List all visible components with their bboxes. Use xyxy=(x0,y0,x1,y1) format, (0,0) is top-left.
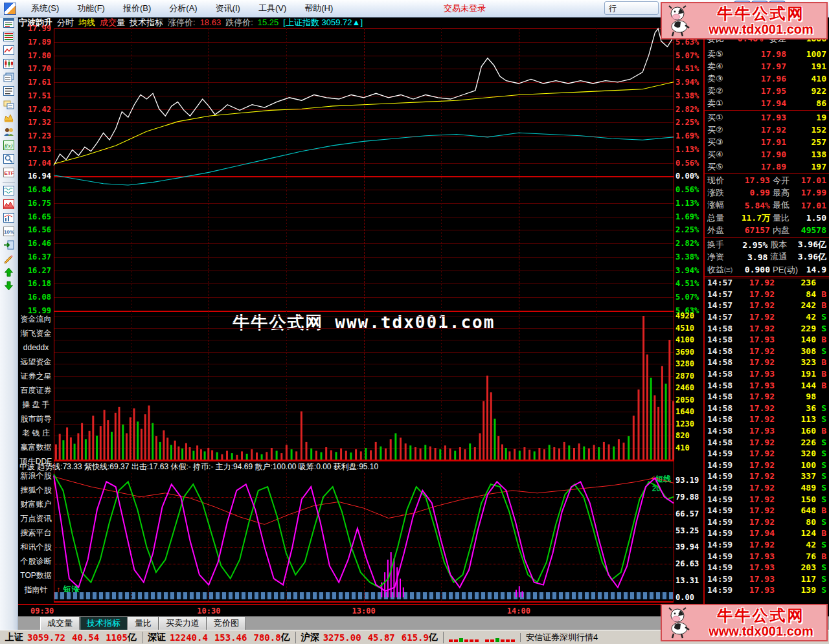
sidebar-link-11[interactable]: 新浪个股 xyxy=(18,469,54,483)
tick-row[interactable]: 14:5817.93160B xyxy=(705,425,829,437)
tick-row[interactable]: 14:5917.9280S xyxy=(705,516,829,527)
tick-row[interactable]: 14:5817.93144B xyxy=(705,379,829,391)
ad-logo-bottom[interactable]: 牛牛公式网 www.tdx001.com xyxy=(661,604,828,641)
toolbar-button[interactable]: 行 xyxy=(604,1,659,15)
index-segment-1[interactable]: 深证12240.4153.46780.8亿 xyxy=(142,632,296,643)
sidebar-link-3[interactable]: 远望资金 xyxy=(18,355,54,369)
ad-logo-top[interactable]: 牛牛公式网 www.tdx001.com xyxy=(661,2,828,39)
sidebar-link-14[interactable]: 万点资讯 xyxy=(18,511,54,526)
folder-tree-icon[interactable] xyxy=(2,100,16,112)
sidebar-link-7[interactable]: 股市前导 xyxy=(18,412,54,426)
sidebar-link-17[interactable]: 个股诊断 xyxy=(18,554,54,568)
sidebar-link-16[interactable]: 和讯个股 xyxy=(18,540,54,554)
menu-item-1[interactable]: 功能(F) xyxy=(68,0,114,17)
ask-row[interactable]: 卖①17.9486 xyxy=(705,97,829,109)
tick-row[interactable]: 14:5917.9376B xyxy=(705,550,829,562)
bid-row[interactable]: 买②17.92152 xyxy=(705,124,829,136)
header-seg-2[interactable]: 均线 xyxy=(78,17,95,27)
sidebar-link-15[interactable]: 搜索平台 xyxy=(18,526,54,540)
tick-row[interactable]: 14:5817.93191B xyxy=(705,368,829,380)
header-seg-4[interactable]: 量 xyxy=(117,17,125,27)
sidebar-link-12[interactable]: 搜狐个股 xyxy=(18,483,54,497)
tick-row[interactable]: 14:5917.94124B xyxy=(705,527,829,539)
tick-row[interactable]: 14:5817.92229S xyxy=(705,322,829,334)
tick-row[interactable]: 14:5917.9242S xyxy=(705,539,829,551)
sidebar-link-2[interactable]: ddeddx xyxy=(18,340,54,355)
tick-row[interactable]: 14:5817.92113S xyxy=(705,414,829,425)
trend-line-icon[interactable] xyxy=(2,45,16,58)
tick-row[interactable]: 14:5717.92242B xyxy=(705,300,829,311)
ask-row[interactable]: 卖⑤17.981007 xyxy=(705,48,829,60)
sidebar-link-4[interactable]: 证券之星 xyxy=(18,369,54,383)
menu-item-2[interactable]: 报价(B) xyxy=(114,0,160,17)
gold-crown-icon[interactable] xyxy=(2,113,16,126)
tick-row[interactable]: 14:5917.93139S xyxy=(705,584,829,596)
tick-row[interactable]: 14:5817.92226S xyxy=(705,436,829,448)
sidebar-link-5[interactable]: 百度证券 xyxy=(18,383,54,397)
mini-chart-icon[interactable] xyxy=(2,213,16,225)
tick-row[interactable]: 14:5917.92648B xyxy=(705,505,829,516)
quote-report-icon[interactable] xyxy=(2,18,16,30)
sidebar-link-6[interactable]: 操 盘 手 xyxy=(18,397,54,412)
magnifier-icon[interactable] xyxy=(2,154,16,166)
tab-3[interactable]: 买卖力道 xyxy=(159,617,207,630)
tick-row[interactable]: 14:5917.92489S xyxy=(705,482,829,494)
tick-row[interactable]: 14:5717.92236 xyxy=(705,277,829,289)
header-seg-1[interactable]: 分时 xyxy=(57,17,74,27)
etf-icon[interactable]: ETF xyxy=(2,168,16,180)
tick-row[interactable]: 14:5817.9298 xyxy=(705,391,829,403)
ask-row[interactable]: 卖④17.97191 xyxy=(705,60,829,72)
header-seg-5[interactable]: 技术指标 xyxy=(130,17,163,27)
text-list-icon[interactable] xyxy=(2,86,16,98)
menu-item-0[interactable]: 系统(S) xyxy=(22,0,68,17)
copy-docs-icon[interactable] xyxy=(2,72,16,85)
sidebar-link-0[interactable]: 资金流向 xyxy=(18,312,54,326)
tab-0[interactable]: 成交量 xyxy=(40,617,80,630)
arrow-up-icon[interactable] xyxy=(2,267,16,280)
tick-row[interactable]: 14:5717.9284B xyxy=(705,289,829,300)
menu-item-4[interactable]: 资讯(I) xyxy=(207,0,249,17)
tick-row[interactable]: 14:5917.93203S xyxy=(705,562,829,573)
tick-row[interactable]: 14:5917.92150S xyxy=(705,493,829,505)
tick-row[interactable]: 14:5917.93117S xyxy=(705,573,829,584)
pencil-icon[interactable] xyxy=(2,254,16,266)
sidebar-link-1[interactable]: 渐飞资金 xyxy=(18,326,54,340)
wave-icon[interactable] xyxy=(2,186,16,198)
ask-row[interactable]: 卖③17.96410 xyxy=(705,72,829,85)
users-icon[interactable] xyxy=(2,127,16,139)
tick-row[interactable]: 14:5717.9242S xyxy=(705,311,829,323)
arrow-down-icon[interactable] xyxy=(2,281,16,293)
header-seg-3[interactable]: 成交 xyxy=(100,17,117,27)
tick-row[interactable]: 14:5817.9236S xyxy=(705,403,829,414)
tab-2[interactable]: 量比 xyxy=(128,617,159,630)
index-segment-0[interactable]: 上证3059.7240.541105亿 xyxy=(0,632,142,643)
sidebar-link-8[interactable]: 老 钱 庄 xyxy=(18,426,54,440)
tick-row[interactable]: 14:5917.92100S xyxy=(705,460,829,471)
sidebar-link-13[interactable]: 财富账户 xyxy=(18,497,54,511)
sidebar-link-9[interactable]: 赢富数据 xyxy=(18,440,54,454)
color-grid-icon[interactable] xyxy=(2,32,16,44)
sidebar-link-18[interactable]: TOP数据 xyxy=(18,568,54,583)
menu-item-3[interactable]: 分析(A) xyxy=(160,0,206,17)
candlestick-icon[interactable] xyxy=(2,59,16,71)
sidebar-link-10[interactable]: 顶牛DDE xyxy=(18,454,54,469)
tick-row[interactable]: 14:5917.92337S xyxy=(705,471,829,482)
bid-row[interactable]: 买⑤17.89197 xyxy=(705,161,829,173)
tick-row[interactable]: 14:5817.93140B xyxy=(705,334,829,346)
bid-row[interactable]: 买①17.9319 xyxy=(705,111,829,124)
bid-row[interactable]: 买④17.90138 xyxy=(705,148,829,161)
bid-row[interactable]: 买③17.91257 xyxy=(705,136,829,148)
menu-item-5[interactable]: 工具(V) xyxy=(249,0,295,17)
ask-row[interactable]: 卖②17.95922 xyxy=(705,85,829,97)
formula-icon[interactable]: f(x) xyxy=(2,140,16,153)
sidebar-link-19[interactable]: 指南针 xyxy=(18,583,54,597)
tick-row[interactable]: 14:5817.92323B xyxy=(705,357,829,368)
tick-row[interactable]: 14:5817.92308S xyxy=(705,346,829,357)
mountain-icon[interactable] xyxy=(2,199,16,212)
tab-4[interactable]: 竞价图 xyxy=(207,617,246,630)
tick-row[interactable]: 14:5917.92320S xyxy=(705,448,829,460)
tab-1[interactable]: 技术指标 xyxy=(80,617,128,630)
import-icon[interactable] xyxy=(2,240,16,252)
index-segment-2[interactable]: 沪深3275.0045.87615.9亿 xyxy=(296,632,444,643)
ten-percent-icon[interactable]: 10% xyxy=(2,227,16,239)
